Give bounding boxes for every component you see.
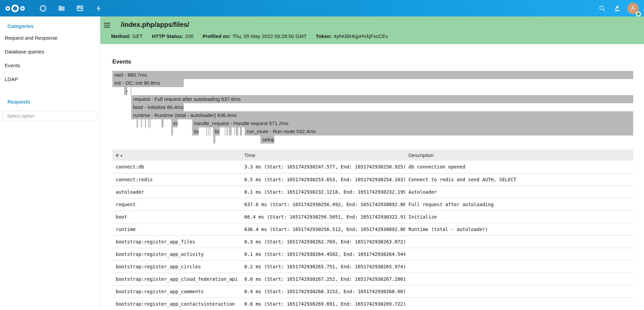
table-row: autoloader0.1 ms (Start: 1651742930232.1…: [112, 186, 633, 198]
event-name-cell: request: [112, 198, 241, 210]
timeline-bar: [145, 119, 146, 127]
event-description-cell: [405, 260, 633, 273]
event-description-cell: Full request after autoloading: [405, 198, 633, 210]
categories-heading: Categories: [7, 23, 100, 29]
event-name-cell: runtime: [112, 223, 241, 235]
timeline-row: lsetup: [112, 135, 633, 144]
timeline-bar: [206, 127, 207, 135]
table-row: runtime636.4 ms (Start: 1651742930256.51…: [112, 223, 633, 235]
event-name-cell: bootstrap:register_app_cloud_federation_…: [112, 273, 241, 285]
event-name-cell: bootstrap:register_app_activity: [112, 248, 241, 260]
event-description-cell: Autoloader: [405, 186, 633, 198]
top-navigation-bar: A: [0, 0, 644, 16]
activity-icon: [95, 5, 102, 12]
timeline-bar: [210, 127, 210, 135]
contacts-icon: [613, 5, 621, 12]
timeline-bar: l: [240, 127, 242, 135]
event-time-cell: 0.0 ms (Start: 1651742930267.252, End: 1…: [241, 273, 405, 285]
timeline-bar: root - 660.7ms: [112, 71, 633, 79]
app-activity-button[interactable]: [89, 0, 108, 16]
topbar-left: [0, 0, 108, 16]
event-name-cell: bootstrap:register_app_contactsinteracti…: [112, 298, 241, 310]
table-row: bootstrap:register_app_contactsinteracti…: [112, 298, 633, 310]
app-sidebar: Categories Request and ResponseDatabase …: [0, 16, 100, 310]
timeline-bar: bo: [213, 127, 220, 135]
timeline-bar: request - Full request after autoloading…: [131, 95, 633, 103]
event-time-cell: 0.2 ms (Start: 1651742930265.751, End: 1…: [241, 260, 405, 273]
event-description-cell: Runtime (total - autoloader): [405, 223, 633, 235]
event-name-cell: autoloader: [112, 186, 241, 198]
event-name-cell: bootstrap:register_app_circles: [112, 260, 241, 273]
table-row: bootstrap:register_app_activity0.1 ms (S…: [112, 248, 633, 260]
timeline-bar: boot - Initialize 66.4ms: [131, 103, 184, 111]
meta-label: Method:: [111, 33, 131, 39]
timeline-bar: [150, 119, 151, 127]
table-row: bootstrap:register_app_cloud_federation_…: [112, 273, 633, 285]
event-description-cell: [405, 235, 633, 248]
search-button[interactable]: [595, 0, 610, 16]
request-title-row: /index.php/apps/files/: [100, 16, 644, 29]
contacts-menu-button[interactable]: [610, 0, 624, 16]
event-time-cell: 0.3 ms (Start: 1651742930262.769, End: 1…: [241, 235, 405, 248]
timeline-bar: [171, 127, 173, 135]
meta-label: Profiled on:: [203, 33, 230, 39]
event-time-cell: 0.1 ms (Start: 1651742930232.1218, End: …: [241, 186, 405, 198]
timeline-row: request - Full request after autoloading…: [112, 95, 633, 103]
sidebar-item-database-queries[interactable]: Database queries: [0, 45, 100, 59]
events-table: #▲ Time Description connect:db3.3 ms (St…: [112, 150, 633, 310]
timeline-row: boot - Initialize 66.4ms: [112, 103, 633, 111]
timeline-bar: c: [124, 87, 127, 95]
table-row: connect:db3.3 ms (Start: 1651742930247.5…: [112, 161, 633, 173]
events-table-header: #▲ Time Description: [112, 150, 633, 161]
event-time-cell: 0.0 ms (Start: 1651742930269.691, End: 1…: [241, 298, 405, 310]
page-title: /index.php/apps/files/: [121, 21, 189, 29]
sidebar-item-ldap[interactable]: LDAP: [0, 72, 100, 86]
column-header-number[interactable]: #▲: [112, 150, 241, 161]
request-header: /index.php/apps/files/ Method:GETHTTP St…: [100, 16, 644, 44]
nextcloud-logo-icon: [5, 4, 26, 12]
table-row: boot66.4 ms (Start: 1651742930256.5051, …: [112, 210, 633, 223]
request-meta-row: Method:GETHTTP Status:200Profiled on:Thu…: [100, 33, 644, 39]
app-photos-button[interactable]: [71, 0, 89, 16]
sort-asc-icon: ▲: [120, 154, 123, 157]
event-name-cell: connect:redis: [112, 173, 241, 186]
timeline-bar: runtime - Runtime (total - autoloader) 6…: [131, 111, 633, 119]
event-name-cell: boot: [112, 210, 241, 223]
sidebar-item-request-and-response[interactable]: Request and Response: [0, 31, 100, 45]
event-time-cell: 66.4 ms (Start: 1651742930256.5051, End:…: [241, 210, 405, 223]
event-time-cell: 0.1 ms (Start: 1651742930264.4502, End: …: [241, 248, 405, 260]
user-avatar[interactable]: A: [627, 3, 639, 14]
meta-token-: Token:4yhKlBHkjpHVkjFxcCEv: [316, 33, 388, 39]
app-circle-button[interactable]: [34, 0, 52, 16]
column-header-description[interactable]: Description: [405, 150, 633, 161]
meta-label: Token:: [316, 33, 332, 39]
sidebar-item-events[interactable]: Events: [0, 59, 100, 72]
menu-icon: [104, 23, 110, 24]
nextcloud-logo[interactable]: [5, 4, 26, 13]
timeline-bar: b: [229, 127, 231, 135]
main-content: /index.php/apps/files/ Method:GETHTTP St…: [100, 16, 644, 310]
meta-http-status-: HTTP Status:200: [152, 33, 193, 39]
column-header-time[interactable]: Time: [241, 150, 405, 161]
events-section: Events root - 660.7msinit - OC::init 90.…: [100, 59, 644, 310]
timeline-row: bobobllrun_route - Run route 532.4ms: [112, 127, 633, 135]
menu-toggle-button[interactable]: [104, 23, 110, 28]
event-time-cell: 0.4 ms (Start: 1651742930268.3152, End: …: [241, 285, 405, 298]
table-row: bootstrap:register_app_files0.3 ms (Star…: [112, 235, 633, 248]
table-row: request637.6 ms (Start: 1651742930256.49…: [112, 198, 633, 210]
event-description-cell: [405, 285, 633, 298]
event-description-cell: Initialize: [405, 210, 633, 223]
topbar-right: A: [595, 0, 644, 16]
event-time-cell: 637.6 ms (Start: 1651742930256.492, End:…: [241, 198, 405, 210]
meta-profiled-on-: Profiled on:Thu, 05 May 2022 09:28:50 GM…: [203, 33, 307, 39]
request-select[interactable]: [3, 111, 97, 121]
timeline-row: inihandle_request - Handle request 571.2…: [112, 119, 633, 127]
event-description-cell: Connect to redis and send AUTH, SELECT: [405, 173, 633, 186]
timeline-bar: ini: [171, 119, 178, 127]
table-row: bootstrap:register_app_comments0.4 ms (S…: [112, 285, 633, 298]
timeline-bar: bo: [192, 127, 199, 135]
timeline-bar: [226, 127, 227, 135]
app-files-button[interactable]: [52, 0, 71, 16]
timeline-bar: l: [213, 135, 215, 144]
timeline-bar: handle_request - Handle request 571.2ms: [192, 119, 633, 127]
